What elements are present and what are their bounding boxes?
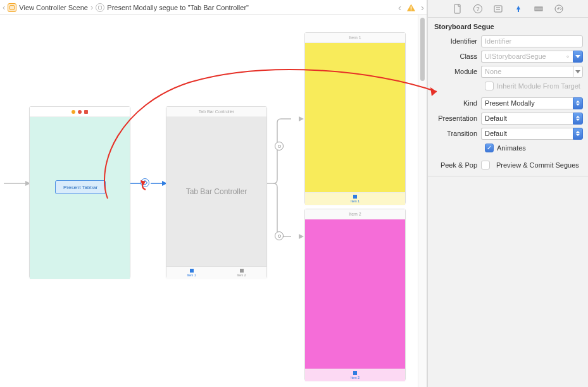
warning-icon[interactable] <box>406 3 416 12</box>
svg-marker-30 <box>576 119 580 121</box>
jump-bar-item-scene[interactable]: View Controller Scene <box>19 4 88 11</box>
class-create-icon[interactable]: ◦ <box>563 51 573 63</box>
scrollbar-thumb[interactable] <box>420 18 425 81</box>
tab-label: Item 2 <box>351 376 360 379</box>
presentation-label: Presentation <box>433 114 481 122</box>
class-combo[interactable]: UIStoryboardSegue ◦ <box>481 51 583 63</box>
dropdown-button[interactable] <box>573 66 583 78</box>
tab-bar: Item 1 <box>305 192 405 205</box>
animates-checkbox[interactable] <box>485 144 494 152</box>
placeholder-label: Tab Bar Controller <box>186 187 247 196</box>
dropdown-button[interactable] <box>573 97 583 109</box>
module-combo[interactable]: None <box>481 66 583 78</box>
svg-marker-32 <box>576 134 580 136</box>
segue-node[interactable] <box>275 142 284 150</box>
nav-back-icon[interactable]: ‹ <box>398 3 401 12</box>
connections-inspector-tab-icon[interactable] <box>553 3 565 15</box>
svg-text:?: ? <box>476 6 479 12</box>
inspector-panel: ? Storyboard Segue Identifier Class <box>427 0 588 387</box>
inherit-module-row: Inherit Module From Target <box>485 80 583 92</box>
tab-label: Item 1 <box>351 199 360 203</box>
svg-marker-31 <box>576 131 580 133</box>
class-label: Class <box>433 52 481 60</box>
storyboard-canvas-pane: ‹ View Controller Scene › Present Modall… <box>0 0 427 387</box>
module-label: Module <box>433 68 481 75</box>
view-controller-scene[interactable]: Present Tabbar <box>29 106 130 278</box>
tab-item-2[interactable]: Item 2 <box>216 267 266 279</box>
canvas-scrollbar[interactable] <box>418 15 427 387</box>
file-inspector-tab-icon[interactable] <box>452 3 463 15</box>
module-row: Module None <box>433 64 583 78</box>
canvas-contents: Present Tabbar Tab Bar Controller Tab Ba… <box>0 15 418 387</box>
tab-bar: Item 1 Item 2 <box>166 266 266 279</box>
header-dot-icon <box>72 110 75 114</box>
canvas-scroll-area[interactable]: Present Tabbar Tab Bar Controller Tab Ba… <box>0 15 427 387</box>
identifier-input[interactable] <box>481 35 583 47</box>
help-inspector-tab-icon[interactable]: ? <box>472 3 484 15</box>
tab-bar: Item 2 <box>305 369 405 381</box>
class-row: Class UIStoryboardSegue ◦ <box>433 49 583 63</box>
svg-marker-28 <box>576 104 580 106</box>
tab-icon <box>353 195 357 199</box>
svg-marker-16 <box>516 6 520 9</box>
transition-label: Transition <box>433 130 481 137</box>
svg-marker-25 <box>575 55 580 58</box>
presentation-select[interactable]: Default <box>481 113 583 125</box>
svg-marker-29 <box>576 116 580 118</box>
identifier-row: Identifier <box>433 34 583 48</box>
jump-bar-item-segue[interactable]: Present Modally segue to "Tab Bar Contro… <box>107 4 249 11</box>
identity-inspector-tab-icon[interactable] <box>492 3 504 15</box>
svg-rect-2 <box>411 9 412 10</box>
present-tabbar-button[interactable]: Present Tabbar <box>55 180 106 194</box>
inspector-body: Storyboard Segue Identifier Class UIStor… <box>428 18 588 387</box>
tab-item-1[interactable]: Item 1 <box>166 267 216 279</box>
inherit-module-checkbox[interactable] <box>485 82 494 90</box>
scene-body <box>305 219 405 369</box>
scene-body: Present Tabbar <box>30 117 130 279</box>
module-field[interactable]: None <box>481 66 573 78</box>
tab-bar-controller-scene[interactable]: Tab Bar Controller Tab Bar Controller It… <box>166 106 267 278</box>
scene-body <box>305 43 405 192</box>
presentation-row: Presentation Default <box>433 111 583 125</box>
preview-commit-label: Preview & Commit Segues <box>496 161 579 169</box>
dropdown-button[interactable] <box>573 113 583 125</box>
dropdown-button[interactable] <box>573 51 583 63</box>
dropdown-button[interactable] <box>573 128 583 140</box>
nav-forward-icon[interactable]: › <box>421 3 424 12</box>
identifier-label: Identifier <box>433 37 481 45</box>
header-dot-icon <box>78 110 82 114</box>
section-title: Storyboard Segue <box>433 20 583 34</box>
scene-title: Item 2 <box>305 209 405 219</box>
jump-bar-back-icon[interactable]: ‹ <box>3 3 8 12</box>
attributes-inspector-tab-icon[interactable] <box>513 3 524 15</box>
peek-pop-label: Peek & Pop <box>433 161 481 169</box>
preview-commit-checkbox[interactable] <box>481 161 490 169</box>
class-field[interactable]: UIStoryboardSegue <box>481 51 563 63</box>
svg-marker-27 <box>576 101 580 102</box>
presentation-value: Default <box>481 113 573 125</box>
app-root: ‹ View Controller Scene › Present Modall… <box>0 0 588 387</box>
kind-row: Kind Present Modally <box>433 96 583 110</box>
transition-value: Default <box>481 128 573 140</box>
svg-marker-9 <box>299 234 304 239</box>
jump-bar: ‹ View Controller Scene › Present Modall… <box>0 0 427 15</box>
kind-select[interactable]: Present Modally <box>481 97 583 109</box>
kind-value: Present Modally <box>481 97 573 109</box>
scene-title: Item 1 <box>305 33 405 43</box>
transition-select[interactable]: Default <box>481 128 583 140</box>
svg-marker-8 <box>299 116 304 121</box>
item-1-scene[interactable]: Item 1 Item 1 <box>304 32 406 204</box>
section-divider <box>428 176 588 176</box>
item-2-scene[interactable]: Item 2 Item 2 <box>304 209 406 381</box>
size-inspector-tab-icon[interactable] <box>533 3 544 15</box>
tab-label: Item 1 <box>187 273 196 277</box>
peek-pop-row: Peek & Pop Preview & Commit Segues <box>433 158 583 172</box>
svg-rect-17 <box>518 9 519 12</box>
segue-node-selected[interactable] <box>141 178 149 187</box>
segue-icon <box>96 3 104 12</box>
transition-row: Transition Default <box>433 126 583 140</box>
segue-node[interactable] <box>275 231 284 240</box>
scene-icon <box>8 3 16 12</box>
svg-rect-10 <box>454 4 460 13</box>
tab-icon <box>353 371 357 375</box>
